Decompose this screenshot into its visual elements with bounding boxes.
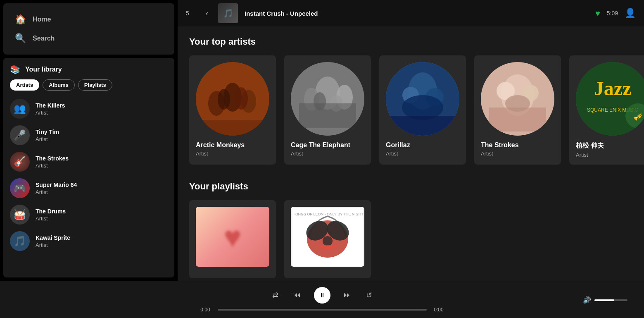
prev-button[interactable]: ⏮ xyxy=(292,289,302,301)
top-artists-title: Your top artists xyxy=(189,36,632,47)
artist-card-type: Artist xyxy=(481,151,554,157)
artist-info: The Killers Artist xyxy=(36,102,65,116)
player-controls: ⇄ ⏮ ⏸ ⏭ ↺ xyxy=(271,287,374,304)
progress-bar-row: 0:00 0:00 xyxy=(198,307,446,313)
artist-info: The Drums Artist xyxy=(36,208,66,222)
library-icon: 📚 xyxy=(10,65,20,74)
library-header: 📚 Your library xyxy=(3,58,174,79)
progress-track[interactable] xyxy=(218,309,427,311)
artist-card-cage[interactable]: Cage The Elephant Artist xyxy=(284,55,371,165)
time-start: 0:00 xyxy=(198,307,213,313)
playlist-card-liked[interactable]: ♥ xyxy=(189,200,276,278)
next-button[interactable]: ⏭ xyxy=(342,289,353,301)
track-title: Instant Crush - Unpeeled xyxy=(245,10,589,17)
svg-text:KINGS OF LEON - ONLY BY THE NI: KINGS OF LEON - ONLY BY THE NIGHT xyxy=(295,212,363,216)
artist-card-name: Gorillaz xyxy=(386,141,459,149)
filter-albums[interactable]: Albums xyxy=(43,79,75,91)
svg-text:🎺: 🎺 xyxy=(633,112,643,121)
artist-info: The Strokes Artist xyxy=(36,155,69,169)
library-section: 📚 Your library Artists Albums Playlists … xyxy=(3,58,174,277)
player-bar: ⇄ ⏮ ⏸ ⏭ ↺ 0:00 0:00 🔊 xyxy=(0,281,644,318)
artist-card-image xyxy=(386,62,459,136)
artist-type: Artist xyxy=(36,136,59,142)
filter-artists[interactable]: Artists xyxy=(10,79,39,91)
artist-list: 👥 The Killers Artist 🎤 Tiny Tim Artist 🎸… xyxy=(3,96,174,277)
sidebar-nav: 🏠 Home 🔍 Search xyxy=(3,3,174,55)
artist-type: Artist xyxy=(36,189,77,195)
back-button[interactable]: ‹ xyxy=(202,7,211,19)
svg-rect-19 xyxy=(386,116,459,136)
artists-grid: Arctic Monkeys Artist Cage The Elephant … xyxy=(189,55,632,165)
search-icon: 🔍 xyxy=(15,33,26,44)
artist-avatar: 🎸 xyxy=(10,152,30,172)
svg-point-4 xyxy=(218,89,230,110)
playlists-grid: ♥ KINGS OF LEON - ONLY BY THE NIGHT xyxy=(189,200,632,278)
artist-avatar: 🥁 xyxy=(10,205,30,225)
artist-card-gorillaz[interactable]: Gorillaz Artist xyxy=(379,55,466,165)
playlist-thumb: KINGS OF LEON - ONLY BY THE NIGHT xyxy=(291,207,364,267)
artist-card-type: Artist xyxy=(291,151,364,157)
back-icon: ‹ xyxy=(206,9,208,18)
artist-card-image: Jazz SQUARE ENIX MUSIC 🎺 xyxy=(576,62,644,136)
artist-name: Tiny Tim xyxy=(36,129,59,135)
artist-card-type: Artist xyxy=(386,151,459,157)
artist-card-name: Arctic Monkeys xyxy=(196,141,269,149)
sidebar-item-home[interactable]: 🏠 Home xyxy=(12,10,166,29)
artist-card-name: The Strokes xyxy=(481,141,554,149)
artist-card-type: Artist xyxy=(196,151,269,157)
artist-avatar: 🎵 xyxy=(10,231,30,251)
artist-name: Kawai Sprite xyxy=(36,234,70,241)
heart-icon[interactable]: ♥ xyxy=(595,9,600,18)
artist-name: The Strokes xyxy=(36,155,69,162)
artist-type: Artist xyxy=(36,215,66,222)
sidebar-artist-item[interactable]: 🎮 Super Mario 64 Artist xyxy=(3,175,174,201)
sidebar-artist-item[interactable]: 🥁 The Drums Artist xyxy=(3,201,174,228)
artist-card-type: Artist xyxy=(576,152,644,158)
artist-info: Kawai Sprite Artist xyxy=(36,234,70,248)
artist-avatar: 👥 xyxy=(10,99,30,119)
track-number: 5 xyxy=(186,10,196,17)
artist-card-strokes[interactable]: The Strokes Artist xyxy=(474,55,561,165)
volume-row: 🔊 xyxy=(583,296,627,304)
volume-icon: 🔊 xyxy=(583,296,591,304)
volume-track[interactable] xyxy=(594,299,627,301)
playlist-card-kings[interactable]: KINGS OF LEON - ONLY BY THE NIGHT xyxy=(284,200,371,278)
sidebar-artist-item[interactable]: 👥 The Killers Artist xyxy=(3,96,174,122)
library-title: Your library xyxy=(25,66,62,73)
sidebar-artist-item[interactable]: 🎵 Kawai Sprite Artist xyxy=(3,228,174,254)
shuffle-button[interactable]: ⇄ xyxy=(271,289,280,301)
artist-avatar: 🎤 xyxy=(10,125,30,145)
sidebar-artist-item[interactable]: 🎸 The Strokes Artist xyxy=(3,148,174,175)
sidebar-artist-item[interactable]: 🎤 Tiny Tim Artist xyxy=(3,122,174,148)
artist-avatar: 🎮 xyxy=(10,178,30,198)
sidebar-item-search[interactable]: 🔍 Search xyxy=(12,29,166,48)
artist-card-image xyxy=(196,62,269,136)
artist-name: The Killers xyxy=(36,102,65,109)
artist-type: Artist xyxy=(36,110,65,116)
artist-card-image xyxy=(291,62,364,136)
svg-rect-13 xyxy=(299,103,356,128)
artist-card-name: Cage The Elephant xyxy=(291,141,364,149)
playlists-title: Your playlists xyxy=(189,181,632,192)
artist-card-arctic[interactable]: Arctic Monkeys Artist xyxy=(189,55,276,165)
home-icon: 🏠 xyxy=(15,14,26,25)
repeat-button[interactable]: ↺ xyxy=(364,289,374,301)
filter-playlists[interactable]: Playlists xyxy=(78,79,112,91)
profile-icon[interactable]: 👤 xyxy=(625,8,636,19)
artist-card-name: 植松 伸夫 xyxy=(576,141,644,150)
artist-card-jazz[interactable]: Jazz SQUARE ENIX MUSIC 🎺 植松 伸夫 Artist xyxy=(569,55,644,165)
play-pause-button[interactable]: ⏸ xyxy=(314,287,330,304)
svg-rect-6 xyxy=(196,120,269,136)
svg-point-25 xyxy=(505,95,530,112)
top-bar-right: ♥ 5:09 👤 xyxy=(595,8,636,19)
artist-card-image xyxy=(481,62,554,136)
home-label: Home xyxy=(33,16,51,23)
main-content: 5 ‹ 🎵 Instant Crush - Unpeeled ♥ 5:09 👤 … xyxy=(178,0,644,281)
artist-info: Super Mario 64 Artist xyxy=(36,182,77,195)
search-label: Search xyxy=(33,35,55,42)
content-area: Your top artists Arctic Monkeys Artist xyxy=(178,26,644,281)
volume-fill xyxy=(594,299,614,301)
time-end: 0:00 xyxy=(432,307,446,313)
thumb-icon: 🎵 xyxy=(223,8,233,18)
filter-tabs: Artists Albums Playlists xyxy=(3,79,174,96)
